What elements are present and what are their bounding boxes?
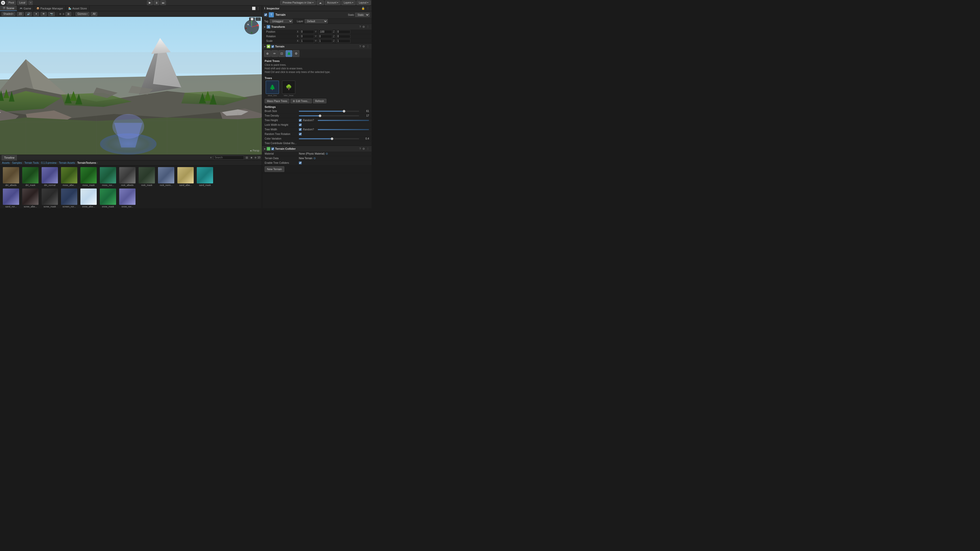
scene-visibility-button[interactable]: 👁: [41, 12, 47, 16]
step-button[interactable]: ⏭: [160, 0, 166, 5]
audio-button[interactable]: 🔊: [25, 12, 32, 16]
refresh-button[interactable]: Refresh: [313, 99, 326, 103]
viewport-maximize-btn[interactable]: ⬜: [249, 17, 255, 21]
scene-gizmo[interactable]: [244, 19, 259, 35]
terrain-help-button[interactable]: ?: [359, 45, 361, 48]
brush-size-slider-track[interactable]: [299, 111, 359, 112]
tree-density-thumb[interactable]: [319, 114, 321, 117]
tree-width-slider-track[interactable]: [318, 129, 369, 130]
pause-button[interactable]: ⏸: [154, 0, 159, 5]
scene-camera-button[interactable]: 📷: [48, 12, 55, 16]
maximize-button[interactable]: ⬜: [251, 6, 256, 10]
position-x-input[interactable]: [300, 30, 314, 34]
tree-height-slider-track[interactable]: [318, 120, 369, 121]
preview-packages-button[interactable]: Preview Packages in Use ▾: [280, 0, 315, 5]
asset-item-rock-norm[interactable]: rock_norm...: [157, 167, 175, 187]
collider-enabled-checkbox[interactable]: [271, 148, 274, 150]
asset-grid[interactable]: dirt_albedo dirt_mask dirt_normal moss_a…: [0, 165, 262, 208]
brush-size-slider-container[interactable]: [299, 111, 359, 112]
asset-item-moss-nor[interactable]: moss_nor...: [99, 167, 117, 187]
color-variation-slider-container[interactable]: [299, 138, 359, 139]
asset-item-snow-nor[interactable]: snow_nor...: [118, 188, 136, 208]
breadcrumb-samples[interactable]: Samples: [12, 162, 22, 164]
transform-help-button[interactable]: ?: [359, 25, 361, 28]
create-button[interactable]: +: [210, 156, 212, 159]
tree-thumb-1[interactable]: 🌲: [266, 81, 279, 94]
static-dropdown[interactable]: Static: [355, 13, 369, 17]
more-options-button[interactable]: ⋮: [256, 6, 260, 10]
material-link-icon[interactable]: ⊙: [326, 152, 328, 156]
tree-density-slider-container[interactable]: [299, 115, 359, 116]
new-terrain-button[interactable]: New Terrain: [265, 166, 284, 172]
enable-tree-colliders-checkbox[interactable]: [299, 162, 302, 164]
tree-thumb-2[interactable]: 🌳: [282, 81, 295, 94]
breadcrumb-version[interactable]: 0.1.0-preview: [41, 162, 56, 164]
terrain-tool-smooth[interactable]: ⊡: [278, 50, 285, 57]
asset-item-snow-mask[interactable]: snow_mask: [99, 188, 117, 208]
inspector-more-button[interactable]: ⋮: [366, 6, 369, 10]
tree-width-random-checkbox[interactable]: [299, 128, 302, 131]
asset-item-sand-albe[interactable]: sand_albe...: [177, 167, 194, 187]
inspector-lock-button[interactable]: 🔒: [361, 6, 365, 10]
layer-dropdown[interactable]: Default: [305, 19, 328, 23]
terrain-tool-settings[interactable]: ⚙: [293, 50, 299, 57]
layers-button[interactable]: Layers ▾: [342, 0, 355, 5]
star-button[interactable]: ★: [250, 156, 253, 159]
scale-x-input[interactable]: [300, 39, 314, 43]
collider-help-button[interactable]: ?: [359, 147, 361, 150]
edit-trees-button[interactable]: ⚙ Edit Trees...: [290, 99, 312, 103]
asset-item-rock-albedo[interactable]: rock_albedo: [118, 167, 136, 187]
local-button[interactable]: Local: [18, 0, 27, 5]
tab-timeline[interactable]: Timeline: [2, 155, 18, 160]
tag-dropdown[interactable]: Untagged: [270, 19, 293, 23]
tree-density-slider-track[interactable]: [299, 115, 359, 116]
account-button[interactable]: Account ▾: [325, 0, 340, 5]
asset-item-dirt-albedo[interactable]: dirt_albedo: [2, 167, 20, 187]
terrain-settings-button[interactable]: ⚙: [362, 45, 365, 48]
search-input[interactable]: [213, 156, 244, 160]
component-terrain-header[interactable]: ▶ 🏔 Terrain ? ⚙ ⋮: [262, 44, 372, 49]
layout-button[interactable]: Layout ▾: [356, 0, 371, 5]
2d-mode-button[interactable]: 2D: [17, 12, 24, 16]
asset-item-moss-mask[interactable]: moss_mask: [80, 167, 97, 187]
brush-size-thumb[interactable]: [343, 110, 345, 113]
rotation-x-input[interactable]: [300, 35, 314, 38]
terrain-enabled-checkbox[interactable]: [271, 45, 274, 48]
terrain-more-button[interactable]: ⋮: [366, 45, 369, 48]
asset-item-scree-mask[interactable]: scree_mask: [41, 188, 59, 208]
cloud-button[interactable]: ☁: [317, 0, 324, 5]
transform-tool-icon[interactable]: ⊕: [29, 1, 33, 5]
breadcrumb-assets[interactable]: Assets: [2, 162, 10, 164]
play-button[interactable]: ▶: [147, 0, 153, 5]
terrain-collider-header[interactable]: ▶ ⬡ Terrain Collider ? ⚙ ⋮: [262, 146, 372, 151]
scale-z-input[interactable]: [336, 39, 350, 43]
terrain-tool-paint-height[interactable]: ✏: [271, 50, 278, 57]
asset-item-rock-mask[interactable]: rock_mask: [138, 167, 156, 187]
breadcrumb-terrain-tools[interactable]: Terrain Tools: [24, 162, 39, 164]
all-button[interactable]: All: [91, 12, 97, 16]
tab-scene[interactable]: 🎬 Scene: [0, 6, 17, 11]
asset-item-dirt-mask[interactable]: dirt_mask: [21, 167, 39, 187]
component-transform-header[interactable]: ▶ ⊕ Transform ? ⚙ ⋮: [262, 24, 372, 30]
shading-dropdown[interactable]: Shaded ▾: [2, 12, 15, 16]
scale-y-input[interactable]: [318, 39, 332, 43]
gizmos-dropdown[interactable]: Gizmos ▾: [76, 12, 89, 16]
rotation-y-input[interactable]: [318, 35, 332, 38]
position-y-input[interactable]: [318, 30, 332, 34]
rotation-z-input[interactable]: [336, 35, 350, 38]
breadcrumb-terrain-assets[interactable]: Terrain Assets: [59, 162, 75, 164]
asset-item-moss-albe[interactable]: moss_albe...: [60, 167, 78, 187]
grid-button[interactable]: ⊞: [65, 12, 71, 16]
asset-item-scree-albe[interactable]: scree_albe...: [21, 188, 39, 208]
collider-settings-button[interactable]: ⚙: [362, 147, 365, 151]
transform-more-button[interactable]: ⋮: [366, 25, 369, 29]
asset-item-sand-nor[interactable]: sand_nor...: [2, 188, 20, 208]
tree-width-slider-container[interactable]: [318, 129, 369, 130]
object-active-checkbox[interactable]: [264, 13, 267, 16]
fx-button[interactable]: ✦: [33, 12, 39, 16]
random-rotation-checkbox[interactable]: [299, 133, 302, 135]
transform-settings-button[interactable]: ⚙: [362, 25, 365, 29]
asset-item-screen-nor[interactable]: screen_nor...: [60, 188, 78, 208]
tree-height-slider-container[interactable]: [318, 120, 369, 121]
terrain-tool-raise[interactable]: ⊕: [264, 50, 271, 57]
